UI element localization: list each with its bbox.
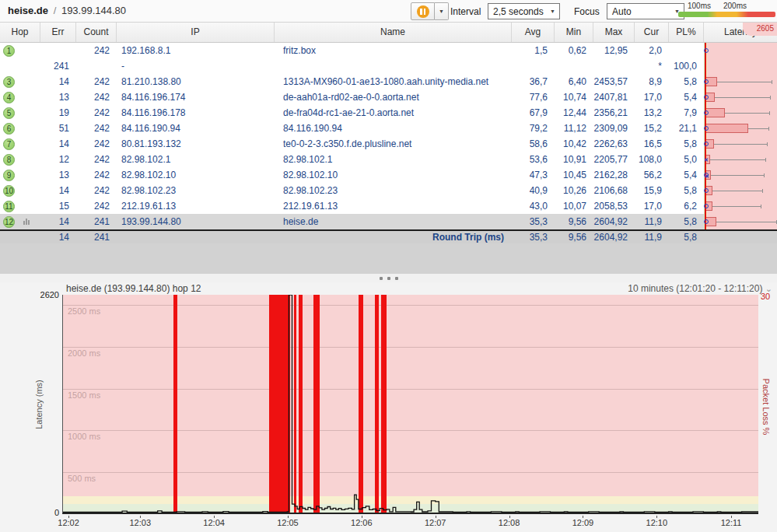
pause-dropdown-button[interactable]: ▼ — [435, 2, 449, 20]
latency-plot-area[interactable]: 2500 ms2000 ms1500 ms1000 ms500 ms — [62, 295, 758, 514]
panel-splitter[interactable] — [0, 274, 777, 282]
count-cell: 242 — [76, 89, 117, 105]
column-header-pl[interactable]: PL% — [669, 23, 704, 42]
hop-badge: 7 — [3, 138, 15, 150]
name-cell: de-fra04d-rc1-ae-21-0.aorta.net — [275, 105, 512, 121]
min-cell — [555, 58, 593, 74]
hop-cell — [0, 58, 40, 74]
column-header-cur[interactable]: Cur — [635, 23, 669, 42]
table-row[interactable]: 1 242 192.168.8.1 fritz.box 1,5 0,62 12,… — [0, 43, 777, 58]
mini-chart-icon — [23, 219, 30, 225]
ip-cell: 81.210.138.80 — [117, 74, 275, 89]
table-row[interactable]: 11 15 242 212.19.61.13 212.19.61.13 43,0… — [0, 198, 777, 214]
latency-sparkline — [704, 58, 777, 74]
table-header: Hop Err Count IP Name Avg Min Max Cur PL… — [0, 23, 777, 43]
max-cell: 2106,68 — [593, 183, 635, 198]
table-row[interactable]: 6 51 242 84.116.190.94 84.116.190.94 79,… — [0, 121, 777, 136]
latency-whisker — [714, 97, 771, 98]
cur-cell: 15,9 — [635, 183, 669, 198]
avg-cell: 35,3 — [512, 214, 555, 229]
latency-sparkline — [704, 89, 777, 105]
hop-cell: 9 — [0, 167, 40, 183]
latency-cell-empty — [704, 231, 777, 243]
column-header-max[interactable]: Max — [593, 23, 635, 42]
ip-cell: 84.116.196.174 — [117, 89, 275, 105]
table-row[interactable]: 4 13 242 84.116.196.174 de-aah01a-rd02-a… — [0, 89, 777, 105]
table-row[interactable]: 3 14 242 81.210.138.80 1313A-MX960-01-ae… — [0, 74, 777, 89]
hop-badge: 5 — [3, 107, 15, 119]
toolbar: heise.de / 193.99.144.80 ▼ Interval 2,5 … — [0, 0, 777, 23]
latency-whisker — [712, 191, 763, 191]
table-row[interactable]: 7 14 242 80.81.193.132 te0-0-2-3.c350.f.… — [0, 136, 777, 152]
latency-scale-max: 2605 — [743, 23, 777, 36]
packet-loss-cell: 5,8 — [669, 231, 704, 243]
packet-loss-cell — [669, 43, 704, 58]
avg-cell: 40,9 — [512, 183, 555, 198]
table-row[interactable]: 9 13 242 82.98.102.10 82.98.102.10 47,3 … — [0, 167, 777, 183]
max-cell: 2058,53 — [593, 198, 635, 214]
panel-spacer — [0, 243, 777, 274]
err-cell: 14 — [40, 214, 76, 229]
name-cell: te0-0-2-3.c350.f.de.plusline.net — [275, 136, 512, 152]
pause-button[interactable] — [411, 2, 435, 20]
current-latency-marker — [704, 110, 709, 115]
table-row[interactable]: 8 12 242 82.98.102.1 82.98.102.1 53,6 10… — [0, 152, 777, 167]
table-row[interactable]: 5 19 242 84.116.196.178 de-fra04d-rc1-ae… — [0, 105, 777, 121]
time-tick-label: 12:05 — [272, 518, 303, 527]
time-tick-label: 12:10 — [641, 518, 672, 527]
chevron-down-icon: ▼ — [439, 9, 444, 14]
min-cell: 10,26 — [555, 183, 593, 198]
hop-cell: 5 — [0, 105, 40, 121]
max-cell: 2407,81 — [593, 89, 635, 105]
column-header-ip[interactable]: IP — [117, 23, 275, 42]
cur-cell: 8,9 — [635, 74, 669, 89]
name-cell: 82.98.102.1 — [275, 152, 512, 167]
min-cell: 10,07 — [555, 198, 593, 214]
cur-cell: 11,9 — [635, 231, 669, 243]
avg-cell: 47,3 — [512, 167, 555, 183]
packet-loss-cell: 5,8 — [669, 74, 704, 89]
hop-cell: 4 — [0, 89, 40, 105]
y-axis-min-label: 0 — [0, 508, 59, 517]
column-header-avg[interactable]: Avg — [512, 23, 555, 42]
name-cell: 212.19.61.13 — [275, 198, 512, 214]
hop-cell: 12 — [0, 214, 40, 229]
interval-select[interactable]: 2,5 seconds ▼ — [488, 3, 560, 19]
table-row[interactable]: 10 14 242 82.98.102.23 82.98.102.23 40,9… — [0, 183, 777, 198]
focus-select[interactable]: Auto ▼ — [607, 3, 684, 19]
time-range-selector[interactable]: 10 minutes (12:01:20 - 12:11:20) ⌄ — [628, 283, 772, 294]
table-row[interactable]: 12 14 241 193.99.144.80 heise.de 35,3 9,… — [0, 214, 777, 229]
latency-line-chart — [63, 295, 758, 514]
column-header-hop[interactable]: Hop — [0, 23, 40, 42]
avg-cell: 79,2 — [512, 121, 555, 136]
err-cell: 14 — [40, 231, 76, 243]
table-row[interactable]: 241 - * 100,0 — [0, 58, 777, 74]
avg-cell: 35,3 — [512, 231, 555, 243]
count-cell: 241 — [76, 231, 117, 243]
graph-title: heise.de (193.99.144.80) hop 12 — [66, 283, 201, 294]
err-cell: 13 — [40, 89, 76, 105]
time-tick-label: 12:08 — [494, 518, 525, 527]
cur-cell: 17,0 — [635, 89, 669, 105]
latency-whisker — [713, 144, 768, 145]
ip-cell: 82.98.102.23 — [117, 183, 275, 198]
ip-cell: 80.81.193.132 — [117, 136, 275, 152]
name-cell — [275, 58, 512, 74]
latency-sparkline: ✕ — [704, 167, 777, 183]
column-header-count[interactable]: Count — [76, 23, 117, 42]
ip-cell: 193.99.144.80 — [117, 214, 275, 229]
current-latency-marker — [704, 48, 709, 53]
column-header-err[interactable]: Err — [40, 23, 76, 42]
err-cell — [40, 43, 76, 58]
err-cell: 14 — [40, 183, 76, 198]
hop-cell: 3 — [0, 74, 40, 89]
column-header-name[interactable]: Name — [275, 23, 512, 42]
chevron-down-icon: ▼ — [550, 9, 555, 14]
hop-cell: 1 — [0, 43, 40, 58]
max-cell: 2453,57 — [593, 74, 635, 89]
name-cell: 82.98.102.23 — [275, 183, 512, 198]
min-cell: 9,56 — [555, 214, 593, 229]
target-ip: 193.99.144.80 — [61, 5, 126, 16]
column-header-latency[interactable]: Latency 2605 — [704, 23, 777, 42]
column-header-min[interactable]: Min — [555, 23, 593, 42]
